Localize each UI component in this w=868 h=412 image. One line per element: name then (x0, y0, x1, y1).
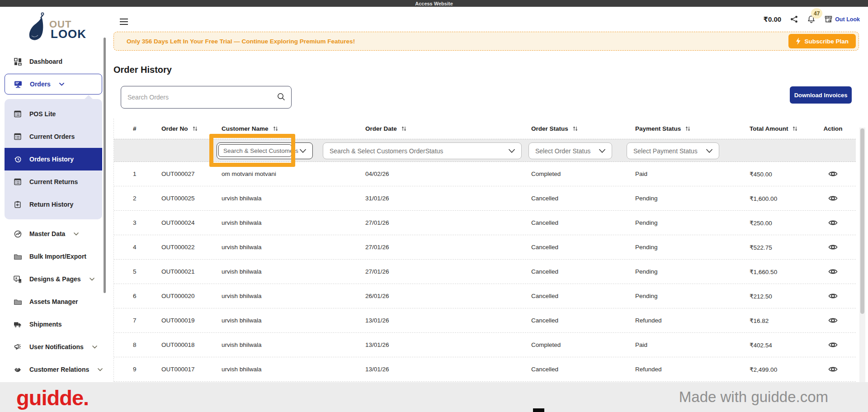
row-payment-status: Paid (624, 341, 738, 348)
row-order-no: OUT000017 (150, 366, 210, 373)
row-index: 9 (114, 366, 150, 373)
sidebar-item-customer-relations[interactable]: Customer Relations (0, 358, 107, 381)
row-payment-status: Pending (624, 268, 738, 275)
trial-banner-message: Only 356 Days Left In Your Free Trial — … (127, 38, 355, 45)
sort-icon[interactable] (193, 126, 198, 131)
orders-pos-icon (14, 80, 22, 88)
header-actions: ₹0.00 47 (764, 15, 860, 24)
sidebar-item-orders[interactable]: Orders (5, 74, 102, 95)
dashboard-grid-icon (14, 57, 22, 66)
chevron-down-icon (74, 232, 79, 236)
sidebar-item-user-notifications[interactable]: User Notifications (0, 336, 107, 358)
search-icon[interactable] (277, 92, 286, 101)
store-link[interactable]: Out Look (825, 16, 860, 23)
view-order-button[interactable] (826, 217, 840, 229)
view-order-button[interactable] (826, 315, 840, 327)
view-order-button[interactable] (826, 168, 840, 180)
row-index: 6 (114, 293, 150, 299)
row-order-no: OUT000025 (150, 195, 210, 202)
sort-icon[interactable] (793, 126, 797, 131)
payment-status-filter-dropdown[interactable]: Select Payment Status (627, 142, 719, 159)
row-order-date: 13/01/26 (354, 341, 520, 348)
list-box-icon (14, 178, 22, 186)
share-icon[interactable] (790, 15, 798, 23)
notifications-bell-icon[interactable]: 47 (807, 15, 816, 24)
sidebar-item-label: POS Lite (29, 110, 56, 118)
customer-orderstatus-filter-dropdown[interactable]: Search & Select Customers OrderStatus (323, 142, 522, 159)
main-scrollbar-track[interactable] (859, 128, 865, 382)
access-website-bar[interactable]: Access Website (0, 0, 868, 7)
row-payment-status: Pending (624, 195, 738, 202)
sidebar-item-label: Dashboard (29, 58, 62, 65)
chevron-down-icon (98, 368, 103, 371)
sort-icon[interactable] (401, 126, 406, 131)
row-customer: urvish bhilwala (210, 219, 354, 226)
row-payment-status: Refunded (624, 366, 738, 373)
sidebar-item-dashboard[interactable]: Dashboard (0, 50, 107, 73)
row-index: 7 (114, 317, 150, 324)
clipboard-return-icon (14, 200, 22, 208)
download-invoices-button[interactable]: Download Invoices (790, 86, 852, 104)
sidebar-item-current-returns[interactable]: Current Returns (5, 170, 102, 193)
menu-toggle-button[interactable] (120, 19, 128, 25)
row-order-status: Cancelled (520, 366, 624, 373)
search-orders-input[interactable] (121, 86, 292, 109)
chevron-down-icon (59, 83, 64, 86)
row-total-amount: ₹1,660.50 (738, 268, 810, 275)
brand-logo[interactable]: OUT LOOK (0, 7, 107, 50)
sidebar-item-designs-pages[interactable]: Designs & Pages (0, 268, 107, 290)
sidebar-scrollbar-thumb[interactable] (104, 38, 106, 293)
col-header-order-no: Order No (150, 125, 210, 132)
sidebar-item-master-data[interactable]: Master Data (0, 223, 107, 245)
col-header-index: # (114, 125, 150, 132)
view-order-button[interactable] (826, 266, 840, 278)
row-order-date: 13/01/26 (354, 366, 520, 373)
sidebar-item-pos-lite[interactable]: POS Lite (5, 103, 102, 125)
analytics-circle-icon (14, 230, 22, 238)
row-index: 3 (114, 219, 150, 226)
megaphone-icon (14, 343, 22, 351)
row-order-status: Cancelled (520, 195, 624, 202)
main-scrollbar-thumb[interactable] (860, 128, 864, 314)
row-total-amount: ₹250.00 (738, 219, 810, 227)
sort-icon[interactable] (273, 126, 278, 131)
row-customer: urvish bhilwala (210, 244, 354, 251)
row-order-date: 27/01/26 (354, 219, 520, 226)
guidde-watermark-bar: guidde. Made with guidde.com (0, 382, 868, 412)
wallet-balance: ₹0.00 (764, 15, 782, 24)
order-status-filter-dropdown[interactable]: Select Order Status (528, 142, 612, 159)
notification-count-badge: 47 (811, 8, 822, 19)
view-order-button[interactable] (826, 242, 840, 253)
truck-icon (14, 320, 22, 328)
view-order-button[interactable] (826, 193, 840, 204)
sort-icon[interactable] (573, 126, 578, 131)
row-order-status: Cancelled (520, 268, 624, 275)
view-order-button[interactable] (826, 290, 840, 302)
sidebar-item-return-history[interactable]: Return History (5, 193, 102, 216)
sidebar-item-label: Current Orders (29, 133, 75, 140)
row-customer: urvish bhilwala (210, 293, 354, 299)
sidebar-item-bulk-import-export[interactable]: Bulk Import/Export (0, 245, 107, 268)
view-order-button[interactable] (826, 364, 840, 375)
subscribe-plan-button[interactable]: Subscribe Plan (788, 34, 856, 48)
sidebar-item-orders-history[interactable]: Orders History (5, 148, 102, 170)
sidebar-item-current-orders[interactable]: Current Orders (5, 125, 102, 148)
col-header-order-status: Order Status (520, 125, 624, 132)
row-total-amount: ₹16.82 (738, 317, 810, 324)
sidebar-item-shipments[interactable]: Shipments (0, 313, 107, 336)
sort-icon[interactable] (685, 126, 690, 131)
col-header-order-date: Order Date (354, 125, 520, 132)
player-progress-segment (533, 408, 544, 412)
sidebar-item-label: Customer Relations (29, 366, 89, 373)
row-order-status: Cancelled (520, 293, 624, 299)
payment-status-placeholder: Select Payment Status (633, 147, 698, 155)
table-row: 5 OUT000021 urvish bhilwala 27/01/26 Can… (114, 260, 856, 284)
sidebar-item-assets-manager[interactable]: Assets Manager (0, 290, 107, 313)
folder-icon (14, 252, 22, 260)
history-clock-icon (14, 155, 22, 163)
storefront-icon (825, 16, 832, 23)
col-header-payment-status: Payment Status (624, 125, 738, 132)
table-row: 8 OUT000018 urvish bhilwala 13/01/26 Com… (114, 333, 856, 357)
list-box-icon (14, 110, 22, 118)
view-order-button[interactable] (826, 339, 840, 351)
